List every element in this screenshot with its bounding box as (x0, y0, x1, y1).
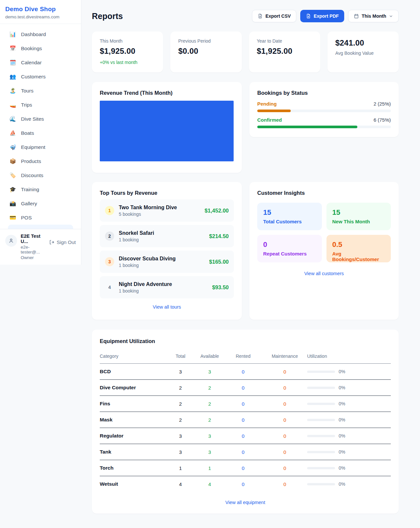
cell-total: 2 (165, 380, 196, 396)
sidebar-item-equipment[interactable]: 🤿Equipment (4, 140, 77, 154)
sidebar-item-dashboard[interactable]: 📊Dashboard (4, 27, 77, 41)
cell-maintenance: 0 (262, 444, 307, 460)
utilization-percent: 0% (339, 401, 345, 406)
sidebar-item-dive-sites[interactable]: 🌊Dive Sites (4, 112, 77, 126)
stat-label: Year to Date (257, 38, 312, 44)
sidebar-item-label: Training (21, 187, 39, 193)
user-footer: E2E Test U... e2e-tester@... Owner Sign … (0, 229, 81, 265)
customers-icon: 👥 (10, 73, 16, 80)
export-pdf-button[interactable]: Export PDF (300, 10, 344, 22)
sign-out-label: Sign Out (57, 239, 76, 245)
cell-available: 3 (196, 444, 224, 460)
status-progress-track (257, 126, 391, 128)
cell-category: Torch (100, 460, 165, 476)
tour-name: Two Tank Morning Dive (119, 205, 177, 211)
customer-insights-card: Customer Insights 15 Total Customers 15 … (249, 182, 399, 320)
view-all-customers-link[interactable]: View all customers (257, 271, 391, 276)
utilization-cell: 0% (307, 385, 391, 390)
cell-available: 3 (196, 428, 224, 444)
cell-rented: 0 (224, 476, 262, 492)
sidebar-item-training[interactable]: 🎓Training (4, 182, 77, 196)
sign-out-button[interactable]: Sign Out (49, 239, 76, 245)
pos-icon: 💳 (10, 214, 16, 221)
sidebar-item-gallery[interactable]: 📸Gallery (4, 196, 77, 211)
page-title: Reports (92, 11, 123, 21)
sidebar-item-reports-partial[interactable] (8, 225, 73, 229)
sidebar-nav: 📊Dashboard 📅Bookings 🗓️Calendar 👥Custome… (0, 24, 81, 229)
sidebar-item-customers[interactable]: 👥Customers (4, 70, 77, 84)
sidebar-item-products[interactable]: 📦Products (4, 154, 77, 168)
utilization-percent: 0% (339, 385, 345, 390)
cell-total: 3 (165, 364, 196, 380)
insight-tile-avg-bookings: 0.5 Avg Bookings/Customer (326, 235, 391, 262)
col-utilization: Utilization (307, 351, 391, 364)
cell-total: 2 (165, 412, 196, 428)
sidebar-item-discounts[interactable]: 🏷️Discounts (4, 168, 77, 182)
export-csv-button[interactable]: Export CSV (252, 10, 296, 22)
customer-insights-title: Customer Insights (257, 190, 391, 196)
utilization-cell: 0% (307, 449, 391, 455)
gallery-icon: 📸 (10, 200, 16, 207)
revenue-trend-card: Revenue Trend (This Month) (92, 82, 242, 173)
tour-name: Discover Scuba Diving (119, 256, 176, 262)
tile-value: 0 (263, 240, 316, 249)
sidebar-item-calendar[interactable]: 🗓️Calendar (4, 55, 77, 70)
view-all-tours-link[interactable]: View all tours (100, 304, 234, 310)
tile-value: 0.5 (332, 240, 385, 249)
sidebar-item-label: Bookings (21, 46, 42, 51)
rank-badge: 4 (105, 283, 114, 292)
utilization-cell: 0% (307, 433, 391, 438)
status-row-confirmed: Confirmed 6 (75%) (257, 117, 391, 128)
dive-sites-icon: 🌊 (10, 116, 16, 122)
utilization-track (307, 371, 335, 373)
tour-revenue: $165.00 (209, 259, 229, 265)
sidebar-item-bookings[interactable]: 📅Bookings (4, 41, 77, 55)
export-pdf-label: Export PDF (314, 13, 339, 19)
user-email: e2e-tester@... (21, 245, 45, 254)
cell-available: 1 (196, 460, 224, 476)
equipment-table: Category Total Available Rented Maintena… (100, 351, 391, 492)
cell-maintenance: 0 (262, 412, 307, 428)
sidebar-item-trips[interactable]: 🚤Trips (4, 98, 77, 112)
rank-badge: 2 (105, 232, 114, 241)
sidebar-item-pos[interactable]: 💳POS (4, 211, 77, 225)
cell-category: Dive Computer (100, 380, 165, 396)
table-row: Tank 3 3 0 0 0% (100, 444, 391, 460)
stat-value: $0.00 (178, 47, 234, 56)
sidebar-item-label: Dive Sites (21, 116, 44, 122)
cell-total: 2 (165, 396, 196, 412)
period-dropdown[interactable]: This Month (348, 10, 399, 22)
rank-badge: 1 (105, 206, 114, 215)
table-row: Torch 1 1 0 0 0% (100, 460, 391, 476)
header-actions: Export CSV Export PDF This Month (252, 10, 399, 22)
col-available: Available (196, 351, 224, 364)
sidebar-item-boats[interactable]: ⛵Boats (4, 126, 77, 140)
sidebar-item-label: Trips (21, 102, 32, 108)
view-all-equipment-link[interactable]: View all equipment (100, 500, 391, 505)
top-tours-title: Top Tours by Revenue (100, 190, 234, 196)
charts-row: Revenue Trend (This Month) Bookings by S… (92, 82, 399, 173)
cell-category: Fins (100, 396, 165, 412)
stat-card-this-month: This Month $1,925.00 +0% vs last month (92, 31, 163, 72)
utilization-track (307, 387, 335, 389)
shop-domain: demo.test.divestreams.com (5, 14, 76, 19)
cell-available: 4 (196, 476, 224, 492)
sidebar-item-label: Discounts (21, 173, 43, 178)
tile-label: Total Customers (263, 219, 316, 224)
calendar-icon (354, 13, 359, 19)
cell-rented: 0 (224, 380, 262, 396)
file-download-icon (258, 13, 263, 19)
sidebar-item-tours[interactable]: 🏝️Tours (4, 84, 77, 98)
calendar-icon: 🗓️ (10, 59, 16, 66)
equipment-utilization-card: Equipment Utilization Category Total Ava… (92, 330, 399, 514)
cell-available: 2 (196, 380, 224, 396)
reports-page: Demo Dive Shop demo.test.divestreams.com… (0, 0, 420, 528)
avatar (5, 235, 17, 247)
status-label: Pending (257, 101, 277, 107)
status-label: Confirmed (257, 117, 282, 123)
utilization-track (307, 419, 335, 421)
tour-row: 4 Night Dive Adventure 1 booking $93.50 (100, 276, 234, 298)
utilization-track (307, 467, 335, 469)
utilization-percent: 0% (339, 465, 345, 471)
cell-available: 3 (196, 364, 224, 380)
